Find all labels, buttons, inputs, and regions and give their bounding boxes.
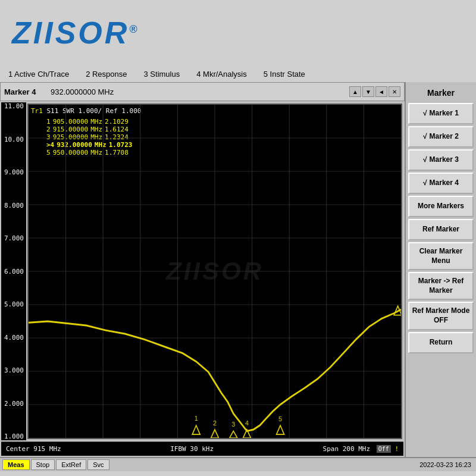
check4: √ bbox=[423, 178, 427, 187]
marker2-num: 2 bbox=[213, 419, 217, 427]
btn-ref-marker-mode[interactable]: Ref Marker Mode OFF bbox=[408, 302, 474, 330]
main-content: Marker 4 932.0000000 MHz ▲ ▼ ◄ ✕ 11.00 1… bbox=[0, 82, 476, 457]
marker-label: Marker 4 bbox=[4, 87, 46, 96]
btn-return[interactable]: Return bbox=[408, 332, 474, 353]
footer-span: Span 200 MHz Off ! bbox=[323, 445, 399, 453]
btn-close[interactable]: ✕ bbox=[389, 86, 400, 97]
panel-title: Marker bbox=[408, 84, 474, 101]
menu-item-4[interactable]: 4 Mkr/Analysis bbox=[194, 68, 249, 80]
marker5-symbol bbox=[277, 425, 284, 434]
btn-marker4[interactable]: √Marker 4 bbox=[408, 173, 474, 194]
status-time: 2022-03-23 16:23 bbox=[419, 461, 474, 468]
chart-plot: ZIISOR Tr1 S11 SWR 1.000/ Ref 1.000 1 90… bbox=[27, 104, 402, 439]
menu-item-1[interactable]: 1 Active Ch/Trace bbox=[6, 68, 71, 80]
chart-container: Marker 4 932.0000000 MHz ▲ ▼ ◄ ✕ 11.00 1… bbox=[0, 82, 405, 457]
status-extref[interactable]: ExtRef bbox=[56, 459, 86, 470]
logo-reg: ® bbox=[129, 23, 139, 35]
y-label-4: 4.000 bbox=[4, 334, 24, 342]
title-bar: Marker 4 932.0000000 MHz ▲ ▼ ◄ ✕ bbox=[0, 82, 405, 101]
check3: √ bbox=[423, 155, 427, 164]
marker1-symbol bbox=[192, 425, 200, 434]
menu-bar: 1 Active Ch/Trace 2 Response 3 Stimulus … bbox=[0, 65, 476, 82]
btn-marker-to-ref[interactable]: Marker -> Ref Marker bbox=[408, 272, 474, 300]
footer-off: Off bbox=[377, 445, 391, 453]
btn-more-markers[interactable]: More Markers bbox=[408, 196, 474, 217]
menu-item-3[interactable]: 3 Stimulus bbox=[142, 68, 183, 80]
menu-item-2[interactable]: 2 Response bbox=[83, 68, 129, 80]
chart-footer: Center 915 MHz IFBW 30 kHz Span 200 MHz … bbox=[1, 441, 403, 456]
y-label-11: 11.00 bbox=[4, 102, 24, 110]
right-panel: Marker √Marker 1 √Marker 2 √Marker 3 √Ma… bbox=[405, 82, 476, 457]
y-label-2: 2.000 bbox=[4, 400, 24, 408]
btn-ref-marker[interactable]: Ref Marker bbox=[408, 219, 474, 240]
y-label-9: 9.000 bbox=[4, 168, 24, 176]
marker-value: 932.0000000 MHz bbox=[51, 87, 345, 96]
btn-marker1[interactable]: √Marker 1 bbox=[408, 103, 474, 124]
btn-marker2[interactable]: √Marker 2 bbox=[408, 126, 474, 148]
footer-center: Center 915 MHz bbox=[6, 445, 61, 453]
btn-back[interactable]: ◄ bbox=[375, 86, 387, 97]
marker4-num: 4 bbox=[245, 419, 249, 427]
y-label-3: 3.000 bbox=[4, 367, 24, 374]
status-svc[interactable]: Svc bbox=[87, 459, 109, 470]
y-label-10: 10.00 bbox=[4, 136, 24, 143]
marker3-symbol bbox=[230, 431, 237, 438]
status-stop[interactable]: Stop bbox=[31, 459, 55, 470]
chart-svg: 1 2 3 4 5 bbox=[29, 105, 401, 438]
y-label-6: 6.000 bbox=[4, 268, 24, 275]
y-label-1: 1.000 bbox=[4, 433, 24, 440]
logo-text: ZIISOR® bbox=[12, 15, 140, 51]
menu-item-5[interactable]: 5 Instr State bbox=[261, 68, 308, 80]
status-bar: Meas Stop ExtRef Svc 2022-03-23 16:23 bbox=[0, 457, 476, 471]
marker3-num: 3 bbox=[231, 421, 235, 428]
footer-ifbw: IFBW 30 kHz bbox=[170, 445, 214, 453]
status-meas[interactable]: Meas bbox=[2, 459, 30, 470]
marker1-num: 1 bbox=[195, 414, 198, 421]
btn-marker3[interactable]: √Marker 3 bbox=[408, 149, 474, 171]
btn-up[interactable]: ▲ bbox=[349, 86, 361, 97]
btn-down[interactable]: ▼ bbox=[362, 86, 374, 97]
marker5-num: 5 bbox=[278, 415, 282, 422]
btn-clear-marker-menu[interactable]: Clear Marker Menu bbox=[408, 242, 474, 270]
y-label-7: 7.000 bbox=[4, 234, 24, 242]
y-label-5: 5.000 bbox=[4, 300, 24, 308]
check2: √ bbox=[423, 132, 427, 140]
logo-area: ZIISOR® bbox=[0, 0, 476, 65]
y-label-8: 8.000 bbox=[4, 202, 24, 209]
check1: √ bbox=[423, 109, 427, 117]
title-controls: ▲ ▼ ◄ ✕ bbox=[349, 86, 400, 97]
logo-brand: ZIISOR bbox=[12, 15, 129, 50]
